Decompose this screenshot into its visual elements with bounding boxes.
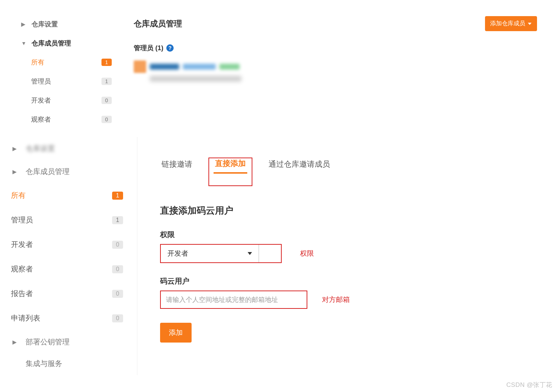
blur-pill xyxy=(150,64,179,70)
member-row xyxy=(134,60,537,73)
sidebar-item-label: 所有 xyxy=(31,58,44,67)
blur-pill xyxy=(219,64,240,70)
sidebar-item-label: 管理员 xyxy=(11,215,33,225)
count-badge: 0 xyxy=(101,97,112,104)
sidebar-item-label: 管理员 xyxy=(31,77,51,86)
sidebar-item-label: 开发者 xyxy=(11,240,33,249)
blur-row xyxy=(150,76,241,82)
sidebar-item-label: 观察者 xyxy=(11,264,33,274)
annotation-permission: 权限 xyxy=(300,249,314,258)
permission-label: 权限 xyxy=(160,230,544,240)
sidebar-section-label: 仓库成员管理 xyxy=(32,39,71,48)
top-sidebar: ▶ 仓库设置 ▼ 仓库成员管理 所有 1 管理员 1 开发者 0 观察者 0 xyxy=(0,7,123,136)
avatar xyxy=(134,60,146,73)
bottom-main: 链接邀请 直接添加 通过仓库邀请成员 直接添加码云用户 权限 开发者 权限 xyxy=(137,137,559,375)
count-badge: 0 xyxy=(112,314,123,322)
sidebar-section-label: 仓库成员管理 xyxy=(26,167,70,177)
sidebar-item-admin[interactable]: 管理员 1 xyxy=(0,208,137,232)
annotation-email: 对方邮箱 xyxy=(322,295,350,304)
sidebar-item-observer[interactable]: 观察者 0 xyxy=(0,257,137,281)
sidebar-item-observer[interactable]: 观察者 0 xyxy=(11,110,123,129)
sidebar-item-developer[interactable]: 开发者 0 xyxy=(11,91,123,110)
add-member-button-label: 添加仓库成员 xyxy=(490,20,525,27)
chevron-right-icon: ▶ xyxy=(12,169,17,175)
sidebar-item-label: 开发者 xyxy=(31,96,51,105)
count-badge: 0 xyxy=(112,290,123,298)
chevron-right-icon: ▶ xyxy=(12,339,17,345)
sidebar-item-reporter[interactable]: 报告者 0 xyxy=(0,281,137,306)
watermark: CSDN @张丁花 xyxy=(506,381,552,389)
chevron-right-icon: ▶ xyxy=(12,145,17,152)
sidebar-section-label: 仓库设置 xyxy=(32,20,58,29)
top-main: 仓库成员管理 添加仓库成员 管理员 (1) ? xyxy=(123,7,559,136)
sidebar-section-label: 仓库设置 xyxy=(26,144,55,154)
count-badge: 1 xyxy=(112,216,123,224)
tab-direct-add[interactable]: 直接添加 xyxy=(214,158,247,174)
sidebar-section-integrations[interactable]: 集成与服务 xyxy=(0,354,137,375)
sidebar-item-all[interactable]: 所有 1 xyxy=(0,183,137,208)
sidebar-item-label: 报告者 xyxy=(11,289,33,299)
sidebar-item-label: 所有 xyxy=(11,191,26,200)
chevron-down-icon xyxy=(527,22,532,26)
permission-value: 开发者 xyxy=(167,249,188,258)
add-button[interactable]: 添加 xyxy=(160,323,192,343)
user-input[interactable] xyxy=(160,291,307,309)
permission-select[interactable]: 开发者 xyxy=(160,244,282,263)
sidebar-section-members[interactable]: ▶ 仓库成员管理 xyxy=(0,160,137,183)
count-badge: 0 xyxy=(101,116,112,123)
sidebar-item-label: 申请列表 xyxy=(11,313,40,323)
sidebar-section-members[interactable]: ▼ 仓库成员管理 xyxy=(11,34,123,53)
sidebar-item-requests[interactable]: 申请列表 0 xyxy=(0,306,137,330)
sidebar-item-admin[interactable]: 管理员 1 xyxy=(11,72,123,91)
count-badge: 1 xyxy=(101,59,112,66)
add-member-button[interactable]: 添加仓库成员 xyxy=(485,16,537,31)
tab-repo-invite[interactable]: 通过仓库邀请成员 xyxy=(267,159,332,173)
help-icon[interactable]: ? xyxy=(166,44,174,52)
tab-link-invite[interactable]: 链接邀请 xyxy=(160,159,194,173)
sidebar-section-settings[interactable]: ▶ 仓库设置 xyxy=(11,15,123,34)
user-label: 码云用户 xyxy=(160,276,544,286)
sidebar-item-all[interactable]: 所有 1 xyxy=(11,53,123,72)
count-badge: 0 xyxy=(112,241,123,249)
admins-label: 管理员 (1) xyxy=(134,44,163,52)
chevron-down-icon: ▼ xyxy=(21,40,26,46)
chevron-down-icon xyxy=(248,252,252,255)
bottom-sidebar: ▶ 仓库设置 ▶ 仓库成员管理 所有 1 管理员 1 开发者 0 观察者 0 xyxy=(0,137,137,375)
highlight-box: 直接添加 xyxy=(208,158,252,186)
section-heading: 直接添加码云用户 xyxy=(160,204,544,217)
sidebar-section-settings[interactable]: ▶ 仓库设置 xyxy=(0,137,137,160)
sidebar-section-label: 集成与服务 xyxy=(26,359,62,369)
sidebar-item-developer[interactable]: 开发者 0 xyxy=(0,232,137,257)
sidebar-section-deploy-keys[interactable]: ▶ 部署公钥管理 xyxy=(0,330,137,354)
chevron-right-icon: ▶ xyxy=(21,21,26,27)
count-badge: 1 xyxy=(101,78,112,85)
page-title: 仓库成员管理 xyxy=(134,18,182,29)
blur-pill xyxy=(183,64,216,70)
sidebar-item-label: 观察者 xyxy=(31,115,51,124)
sidebar-section-label: 部署公钥管理 xyxy=(26,337,70,347)
count-badge: 1 xyxy=(112,192,123,200)
select-spacer xyxy=(259,245,281,262)
count-badge: 0 xyxy=(112,265,123,273)
